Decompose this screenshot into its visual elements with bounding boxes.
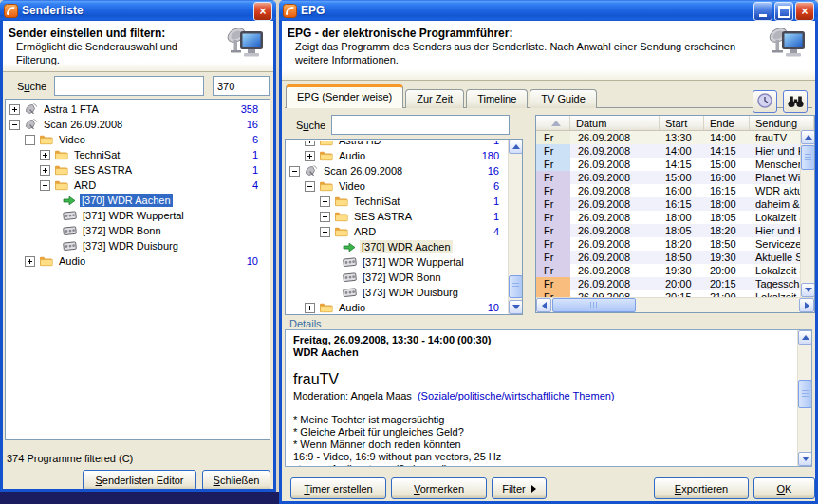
- tree-item[interactable]: Audio10: [6, 253, 270, 269]
- tree-collapse-toggle[interactable]: [25, 135, 35, 145]
- tree-expand-toggle[interactable]: [320, 212, 330, 222]
- ok-button[interactable]: OK: [753, 477, 815, 499]
- scroll-down-button[interactable]: [509, 300, 523, 314]
- scrollbar-thumb[interactable]: [801, 145, 815, 170]
- tree-item[interactable]: [371] WDR Wuppertal: [6, 208, 270, 223]
- search-tool-button[interactable]: [783, 90, 808, 113]
- tree-item[interactable]: TechniSat1: [6, 147, 270, 162]
- tree-expand-toggle[interactable]: [40, 165, 50, 176]
- tab-zur-zeit[interactable]: Zur Zeit: [405, 89, 464, 108]
- chevron-right-icon: [805, 302, 809, 309]
- tree-item[interactable]: ARD4: [286, 224, 508, 239]
- tree-collapse-toggle[interactable]: [320, 227, 330, 237]
- table-row[interactable]: Fr26.09.200814:1515:00Menschen h: [536, 158, 800, 171]
- sort-column-header[interactable]: [536, 116, 570, 130]
- maximize-icon[interactable]: [774, 2, 793, 21]
- tree-expand-toggle[interactable]: [305, 303, 315, 313]
- tree-expand-toggle[interactable]: [40, 150, 50, 160]
- column-header[interactable]: Sendung: [750, 116, 814, 130]
- tree-expand-toggle[interactable]: [305, 151, 315, 161]
- table-row[interactable]: Fr26.09.200818:0018:05Lokalzeit au: [536, 211, 800, 224]
- table-header[interactable]: DatumStartEndeSendung: [536, 116, 814, 131]
- details-pane[interactable]: Freitag, 26.09.2008, 13:30 - 14:00 (00:3…: [285, 329, 812, 467]
- scrollbar-thumb[interactable]: [552, 298, 636, 312]
- scrollbar-thumb[interactable]: [509, 275, 523, 298]
- scroll-up-button[interactable]: [798, 330, 812, 345]
- column-header[interactable]: Ende: [704, 116, 750, 130]
- timer-erstellen-button[interactable]: Timer erstellen: [290, 477, 386, 499]
- table-row[interactable]: Fr26.09.200816:0016:15WDR aktue: [536, 184, 800, 197]
- search-input[interactable]: [54, 76, 204, 96]
- column-header[interactable]: Start: [660, 116, 704, 130]
- tab-timeline[interactable]: Timeline: [466, 89, 528, 108]
- filter-button[interactable]: Filter: [492, 477, 547, 499]
- channel-tree[interactable]: Astra 1 FTA358Scan 26.09.200816Video6Tec…: [5, 99, 270, 440]
- tree-collapse-toggle[interactable]: [9, 120, 20, 130]
- scroll-up-button[interactable]: [801, 130, 815, 144]
- minimize-icon[interactable]: [753, 2, 772, 21]
- tree-item[interactable]: [373] WDR Duisburg: [6, 238, 270, 253]
- search-input[interactable]: [331, 115, 510, 135]
- tree-collapse-toggle[interactable]: [289, 166, 300, 177]
- tab-tv-guide[interactable]: TV Guide: [530, 89, 596, 108]
- table-row[interactable]: Fr26.09.200816:1518:00daheim & u: [536, 197, 800, 211]
- scroll-down-button[interactable]: [798, 452, 812, 466]
- tree-item[interactable]: TechniSat1: [286, 194, 508, 209]
- table-scrollbar-vertical[interactable]: [800, 130, 814, 297]
- tree-item[interactable]: Video6: [6, 132, 270, 147]
- tree-collapse-toggle[interactable]: [305, 181, 315, 192]
- tree-item[interactable]: [370] WDR Aachen: [286, 239, 508, 254]
- scroll-left-button[interactable]: [536, 298, 551, 312]
- table-row[interactable]: Fr26.09.200818:2018:50Servicezeit: [536, 237, 800, 251]
- table-row[interactable]: Fr26.09.200814:0014:15Hier und He: [536, 144, 800, 158]
- tree-scrollbar-vertical[interactable]: [508, 140, 522, 314]
- close-icon[interactable]: ×: [253, 2, 272, 21]
- tree-item[interactable]: SES ASTRA1: [6, 162, 270, 177]
- senderliste-titlebar[interactable]: Senderliste ×: [0, 0, 276, 21]
- schliessen-button[interactable]: Schließen: [202, 470, 270, 489]
- tree-item[interactable]: Scan 26.09.200816: [286, 163, 508, 178]
- table-row[interactable]: Fr26.09.200818:0518:20Hier und He: [536, 224, 800, 237]
- tree-item[interactable]: SES ASTRA1: [286, 209, 508, 224]
- epg-titlebar[interactable]: EPG ×: [279, 0, 818, 21]
- timer-tool-button[interactable]: [753, 90, 777, 113]
- tree-item[interactable]: [372] WDR Bonn: [286, 270, 508, 285]
- epg-table[interactable]: DatumStartEndeSendung Fr26.09.200813:301…: [535, 115, 815, 313]
- tree-expand-toggle[interactable]: [9, 104, 20, 115]
- tree-item[interactable]: Astra HD1: [286, 141, 508, 148]
- table-row[interactable]: Fr26.09.200813:3014:00frauTV: [536, 131, 800, 144]
- tree-expand-toggle[interactable]: [305, 141, 315, 146]
- tree-item[interactable]: Scan 26.09.200816: [6, 117, 270, 132]
- table-row[interactable]: Fr26.09.200818:5019:30Aktuelle Stu: [536, 251, 800, 264]
- table-row[interactable]: Fr26.09.200819:3020:00Lokalzeit au: [536, 264, 800, 277]
- tree-expand-toggle[interactable]: [320, 196, 330, 207]
- table-row[interactable]: Fr26.09.200815:0016:00Planet Wiss: [536, 171, 800, 184]
- column-header[interactable]: Datum: [570, 116, 660, 130]
- tree-item[interactable]: ARD4: [6, 177, 270, 193]
- tree-item[interactable]: [370] WDR Aachen: [6, 193, 270, 208]
- chevron-down-icon: [512, 305, 520, 309]
- tree-item[interactable]: [372] WDR Bonn: [6, 223, 270, 238]
- tree-item[interactable]: [371] WDR Wuppertal: [286, 254, 508, 270]
- details-scrollbar-vertical[interactable]: [797, 330, 811, 466]
- channel-number-input[interactable]: [213, 76, 270, 96]
- scroll-down-button[interactable]: [801, 283, 815, 297]
- tree-expand-toggle[interactable]: [25, 256, 35, 267]
- tree-item[interactable]: Astra 1 FTA358: [6, 102, 270, 117]
- vormerken-button[interactable]: Vormerken: [391, 477, 487, 499]
- tree-item[interactable]: [373] WDR Duisburg: [286, 285, 508, 300]
- tree-collapse-toggle[interactable]: [40, 180, 50, 191]
- tree-item[interactable]: Audio180: [286, 148, 508, 163]
- scroll-right-button[interactable]: [799, 298, 814, 312]
- scroll-up-button[interactable]: [509, 140, 523, 154]
- tree-item[interactable]: Audio10: [286, 300, 508, 314]
- epg-channel-tree[interactable]: Astra HD1Audio180Scan 26.09.200816Video6…: [285, 139, 523, 315]
- table-row[interactable]: Fr26.09.200820:0020:15Tagesschau: [536, 277, 800, 290]
- tab-epg-sender-weise[interactable]: EPG (Sender weise): [286, 84, 403, 108]
- senderlisten-editor-button[interactable]: Senderlisten Editor: [83, 470, 196, 489]
- scrollbar-thumb[interactable]: [798, 380, 812, 408]
- tree-item[interactable]: Video6: [286, 178, 508, 194]
- close-icon[interactable]: ×: [795, 2, 814, 21]
- exportieren-button[interactable]: Exportieren: [654, 477, 749, 499]
- table-scrollbar-horizontal[interactable]: [536, 297, 814, 312]
